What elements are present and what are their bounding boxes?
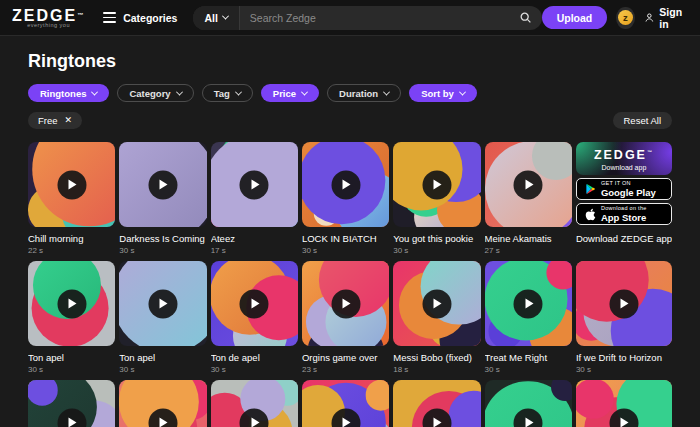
ringtone-artwork[interactable] xyxy=(302,380,389,427)
filter-chip-ringtones[interactable]: Ringtones xyxy=(28,84,109,102)
ringtone-artwork[interactable] xyxy=(576,261,672,346)
ringtone-artwork[interactable] xyxy=(302,142,389,227)
ringtone-card: LOCK IN BIATCH 30 s xyxy=(302,142,389,255)
ringtone-title[interactable]: Messi Bobo (fixed) xyxy=(393,352,480,363)
filter-chip-sort-by[interactable]: Sort by xyxy=(409,84,477,102)
top-nav: ZEDGE™ everything you Categories All Upl… xyxy=(0,0,700,36)
app-store-badge[interactable]: Download on the App Store xyxy=(576,203,672,225)
ringtone-card: Orgins game over 23 s xyxy=(302,261,389,374)
ringtone-card xyxy=(211,380,298,427)
play-button[interactable] xyxy=(331,170,360,199)
ringtone-artwork[interactable] xyxy=(28,380,115,427)
search-input[interactable] xyxy=(240,12,515,24)
ringtone-card xyxy=(393,380,480,427)
credits-button[interactable]: z xyxy=(616,7,634,29)
zedge-logo[interactable]: ZEDGE™ everything you xyxy=(12,8,85,28)
ringtone-duration: 22 s xyxy=(28,246,115,255)
ringtone-artwork[interactable] xyxy=(119,380,206,427)
ringtone-artwork[interactable] xyxy=(485,142,572,227)
apple-icon xyxy=(585,208,596,221)
filter-chip-category[interactable]: Category xyxy=(117,84,193,102)
filter-chip-tag[interactable]: Tag xyxy=(202,84,253,102)
google-play-badge[interactable]: GET IT ON Google Play xyxy=(576,178,672,200)
chevron-down-icon xyxy=(222,13,229,20)
play-button[interactable] xyxy=(331,289,360,318)
play-button[interactable] xyxy=(514,289,543,318)
play-icon xyxy=(251,180,259,190)
ringtone-duration: 30 s xyxy=(28,365,115,374)
ringtone-artwork[interactable] xyxy=(28,261,115,346)
reset-all-button[interactable]: Reset All xyxy=(613,112,673,129)
play-icon xyxy=(251,418,259,427)
play-icon xyxy=(434,299,442,309)
ringtone-title[interactable]: Ton apel xyxy=(28,352,115,363)
ringtone-title[interactable]: Darkness Is Coming xyxy=(119,233,206,244)
chevron-down-icon xyxy=(301,88,308,95)
ringtone-artwork[interactable] xyxy=(485,261,572,346)
ringtone-artwork[interactable] xyxy=(211,261,298,346)
play-icon xyxy=(525,180,533,190)
ringtone-artwork[interactable] xyxy=(485,380,572,427)
user-icon xyxy=(644,11,655,24)
play-button[interactable] xyxy=(514,170,543,199)
promo-logo-text: ZEDGE xyxy=(594,149,647,163)
ringtone-title[interactable]: Ton de apel xyxy=(211,352,298,363)
filter-chip-label: Duration xyxy=(339,88,378,99)
filter-chip-duration[interactable]: Duration xyxy=(327,84,401,102)
play-button[interactable] xyxy=(148,289,177,318)
play-button[interactable] xyxy=(422,170,451,199)
play-icon xyxy=(69,180,77,190)
play-button[interactable] xyxy=(57,289,86,318)
ringtone-title[interactable]: Meine Akamatis xyxy=(485,233,572,244)
ringtone-card: You got this pookie 30 s xyxy=(393,142,480,255)
play-icon xyxy=(621,418,629,427)
ringtone-duration: 30 s xyxy=(576,365,672,374)
play-button[interactable] xyxy=(57,170,86,199)
ringtone-card: Ateez 17 s xyxy=(211,142,298,255)
ringtone-artwork[interactable] xyxy=(576,380,672,427)
play-button[interactable] xyxy=(240,170,269,199)
upload-button[interactable]: Upload xyxy=(542,6,608,29)
ringtone-title[interactable]: You got this pookie xyxy=(393,233,480,244)
ringtone-title[interactable]: Orgins game over xyxy=(302,352,389,363)
ringtone-title[interactable]: LOCK IN BIATCH xyxy=(302,233,389,244)
ringtone-title[interactable]: Ton apel xyxy=(119,352,206,363)
ringtone-card xyxy=(576,380,672,427)
ringtone-artwork[interactable] xyxy=(119,142,206,227)
ringtone-title[interactable]: Ateez xyxy=(211,233,298,244)
ringtone-artwork[interactable] xyxy=(119,261,206,346)
ringtone-title[interactable]: Chill morning xyxy=(28,233,115,244)
ringtone-artwork[interactable] xyxy=(28,142,115,227)
search-button[interactable] xyxy=(515,11,542,24)
ringtone-card: Ton apel 30 s xyxy=(119,261,206,374)
ringtone-card: Treat Me Right 30 s xyxy=(485,261,572,374)
ringtone-artwork[interactable] xyxy=(393,380,480,427)
signin-button[interactable]: Sign in xyxy=(644,6,688,30)
play-icon xyxy=(343,299,351,309)
play-button[interactable] xyxy=(609,289,638,318)
ringtone-artwork[interactable] xyxy=(393,142,480,227)
ringtone-artwork[interactable] xyxy=(211,380,298,427)
search-scope-dropdown[interactable]: All xyxy=(193,6,239,30)
ringtone-artwork[interactable] xyxy=(393,261,480,346)
zedge-app-tile: ZEDGE™ Download app xyxy=(576,142,672,175)
play-button[interactable] xyxy=(148,170,177,199)
filter-chip-label: Sort by xyxy=(421,88,454,99)
play-button[interactable] xyxy=(422,289,451,318)
signin-label: Sign in xyxy=(659,6,688,30)
play-icon xyxy=(160,180,168,190)
play-button[interactable] xyxy=(240,289,269,318)
ringtone-artwork[interactable] xyxy=(302,261,389,346)
ringtone-title[interactable]: Treat Me Right xyxy=(485,352,572,363)
play-icon xyxy=(343,180,351,190)
chevron-down-icon xyxy=(235,88,242,95)
remove-filter-icon[interactable]: ✕ xyxy=(65,116,73,125)
ringtone-card: Chill morning 22 s xyxy=(28,142,115,255)
categories-menu-button[interactable]: Categories xyxy=(103,12,177,24)
ringtones-grid: Chill morning 22 s Darkness Is Coming 30… xyxy=(28,142,672,427)
filter-chip-price[interactable]: Price xyxy=(261,84,319,102)
applied-filter-free[interactable]: Free✕ xyxy=(28,112,82,129)
ringtone-title[interactable]: If we Drift to Horizon xyxy=(576,352,672,363)
ringtone-artwork[interactable] xyxy=(211,142,298,227)
zedge-coin-icon: z xyxy=(618,10,633,25)
